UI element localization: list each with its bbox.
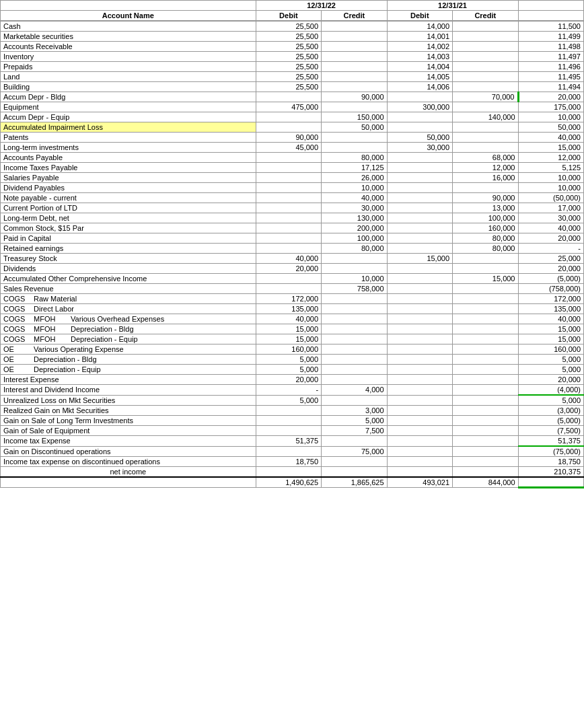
diff-cell: 50,000 [518,122,584,133]
debit-2021-cell [387,294,452,304]
diff-cell: 20,000 [518,233,584,244]
debit-2022-cell: 15,000 [256,324,321,334]
diff-cell: 11,496 [518,62,584,72]
debit-2021-cell [387,436,452,447]
debit-2022-cell [256,406,321,416]
credit-2021-cell [453,52,518,62]
debit-2021-cell [387,183,452,193]
debit-2021-cell [387,457,452,467]
diff-cell: (7,500) [518,426,584,436]
account-cell: Sales Revenue [1,284,256,294]
diff-cell: 11,495 [518,72,584,82]
account-cell: Salaries Payable [1,173,256,183]
credit-2021-cell [453,314,518,324]
debit-2022-cell [256,193,321,203]
credit-2022-cell: 30,000 [322,203,387,213]
account-cell: Realized Gain on Mkt Securities [1,406,256,416]
table-row: Long-term investments45,00030,00015,000 [1,143,584,153]
credit-2021-cell [453,32,518,42]
credit-2022-cell: 100,000 [322,233,387,244]
debit-2021-cell [387,274,452,284]
credit-2022-cell [322,395,387,406]
debit-2021-cell: 15,000 [387,254,452,264]
credit-2021-cell: 80,000 [453,233,518,244]
credit-2021-cell [453,102,518,112]
debit-2022-cell [256,163,321,173]
debit-2021-cell [387,467,452,478]
debit-2022-cell [256,153,321,163]
table-row: Accounts Receivable25,50014,00211,498 [1,42,584,52]
credit-2022-cell [322,467,387,478]
account-cell: Inventory [1,52,256,62]
account-cell: COGSMFOHDepreciation - Equip [1,334,256,344]
debit-2021-cell [387,213,452,223]
diff-cell: 5,000 [518,365,584,375]
credit-2021-cell [453,254,518,264]
table-row: Patents90,00050,00040,000 [1,133,584,143]
credit-2021-cell [453,416,518,426]
credit-2022-cell [322,457,387,467]
debit-2021-cell [387,375,452,385]
debit-2021-cell [387,426,452,436]
account-cell: Income tax expense on discontinued opera… [1,457,256,467]
table-row: Income tax Expense51,37551,375 [1,436,584,447]
account-cell: Income tax Expense [1,436,256,447]
debit-2022-cell: - [256,385,321,396]
credit-2022-cell [322,42,387,52]
table-row: Accounts Payable80,00068,00012,000 [1,153,584,163]
diff-cell: 15,000 [518,143,584,153]
debit-2022-cell: 20,000 [256,375,321,385]
credit-2021-cell [453,304,518,314]
credit-2021-cell [453,62,518,72]
account-cell: Retained earnings [1,244,256,254]
credit-2021-cell [453,42,518,52]
diff-cell: 25,000 [518,254,584,264]
debit-2022-cell: 25,500 [256,72,321,82]
debit-2021-cell [387,344,452,355]
debit-2021-cell: 50,000 [387,133,452,143]
account-cell: Accumulated Impairment Loss [1,122,256,133]
credit-2021-cell [453,143,518,153]
credit-2021-cell [453,334,518,344]
debit-2021-cell: 493,021 [387,477,452,488]
diff-cell: 172,000 [518,294,584,304]
credit-2022-cell: 90,000 [322,92,387,102]
debit-2021-cell [387,223,452,233]
debit-2021-cell [387,334,452,344]
table-row: Accumulated Other Comprehensive Income10… [1,274,584,284]
table-row: Accumulated Impairment Loss50,00050,000 [1,122,584,133]
account-cell: Common Stock, $15 Par [1,223,256,233]
diff-cell: 11,494 [518,82,584,92]
column-header-row: Account Name Debit Credit Debit Credit [1,11,584,21]
debit-2021-cell: 14,000 [387,22,452,32]
debit-2021-header: Debit [387,11,452,21]
table-row: COGSMFOHDepreciation - Bldg15,00015,000 [1,324,584,334]
diff-cell: (50,000) [518,193,584,203]
credit-2022-cell [322,102,387,112]
diff-cell: 20,000 [518,92,584,102]
account-cell: Accum Depr - Equip [1,112,256,122]
account-cell: Paid in Capital [1,233,256,244]
debit-2022-cell [256,426,321,436]
table-row: Building25,50014,00611,494 [1,82,584,92]
credit-2022-cell: 200,000 [322,223,387,233]
date-2021-header: 12/31/21 [387,1,518,11]
debit-2022-cell [256,112,321,122]
table-row: Land25,50014,00511,495 [1,72,584,82]
account-cell: Current Portion of LTD [1,203,256,213]
debit-2022-cell: 18,750 [256,457,321,467]
diff-cell: 11,500 [518,22,584,32]
diff-cell: 40,000 [518,314,584,324]
diff-cell: (4,000) [518,385,584,396]
account-cell: Treasurey Stock [1,254,256,264]
credit-2021-cell [453,122,518,133]
table-row: Current Portion of LTD30,00013,00017,000 [1,203,584,213]
debit-2022-cell: 1,490,625 [256,477,321,488]
account-cell: Interest and Dividend Income [1,385,256,396]
account-cell: Interest Expense [1,375,256,385]
table-row: Accum Depr - Equip150,000140,00010,000 [1,112,584,122]
account-name-header: Account Name [1,11,256,21]
debit-2021-cell [387,304,452,314]
table-row: OEDepreciation - Equip5,0005,000 [1,365,584,375]
account-cell: Patents [1,133,256,143]
